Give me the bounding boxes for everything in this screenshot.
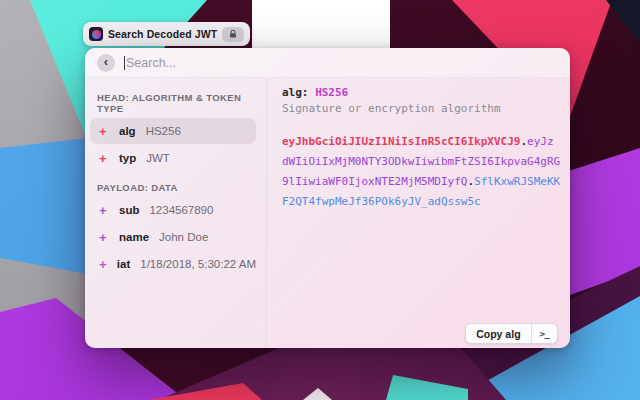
text-caret [124,56,125,70]
search-bar: ‹ [85,48,570,78]
window-tab-badge[interactable]: Search Decoded JWT [83,22,250,46]
plus-icon: + [99,230,112,245]
chevron-left-icon: ‹ [104,54,108,70]
list-item-value: 1/18/2018, 5:30:22 AM [140,258,256,270]
jwt-app-icon [89,27,103,41]
back-button[interactable]: ‹ [97,54,115,72]
window-tab-title: Search Decoded JWT [108,28,217,40]
list-item-iat[interactable]: + iat 1/18/2018, 5:30:22 AM [90,251,256,277]
plus-icon: + [99,203,112,218]
plus-icon: + [99,151,112,166]
detail-key-value: HS256 [315,86,348,99]
jwt-decoder-window: ‹ HEAD: ALGORITHM & TOKEN TYPE + alg HS2… [85,48,570,348]
list-item-key: iat [117,258,130,270]
terminal-shortcut-button[interactable]: >_ [532,324,557,343]
lock-badge [222,27,244,42]
copy-alg-button[interactable]: Copy alg [466,324,530,343]
list-item-key: typ [119,152,136,164]
plus-icon: + [99,124,112,139]
list-item-sub[interactable]: + sub 1234567890 [90,197,256,223]
detail-description: Signature or encryption algorithm [282,101,570,116]
list-item-key: name [119,231,149,243]
section-header-head: HEAD: ALGORITHM & TOKEN TYPE [97,92,254,114]
lock-icon [228,29,238,39]
list-item-key: alg [119,125,136,137]
detail-pane: alg: HS256 Signature or encryption algor… [267,78,570,348]
list-item-typ[interactable]: + typ JWT [90,145,256,171]
list-item-value: 1234567890 [149,204,213,216]
panel-body: HEAD: ALGORITHM & TOKEN TYPE + alg HS256… [85,78,570,348]
search-input[interactable] [126,56,558,70]
list-item-value: JWT [146,152,170,164]
jwt-header-segment: eyJhbGciOiJIUzI1NiIsInR5cCI6IkpXVCJ9 [282,135,520,148]
plus-icon: + [99,257,110,272]
section-header-payload: PAYLOAD: DATA [97,182,254,193]
list-item-name[interactable]: + name John Doe [90,224,256,250]
list-item-key: sub [119,204,139,216]
sidebar: HEAD: ALGORITHM & TOKEN TYPE + alg HS256… [85,78,266,348]
detail-title: alg: HS256 [282,84,570,101]
detail-key-label: alg: [282,86,309,99]
list-item-value: HS256 [146,125,181,137]
desktop: Search Decoded JWT ‹ HEAD: ALGORITHM & T… [0,0,640,400]
list-item-value: John Doe [159,231,208,243]
footer-actions: Copy alg >_ [465,323,558,344]
list-item-alg[interactable]: + alg HS256 [90,118,256,144]
jwt-token-text: eyJhbGciOiJIUzI1NiIsInR5cCI6IkpXVCJ9.eyJ… [282,132,560,212]
